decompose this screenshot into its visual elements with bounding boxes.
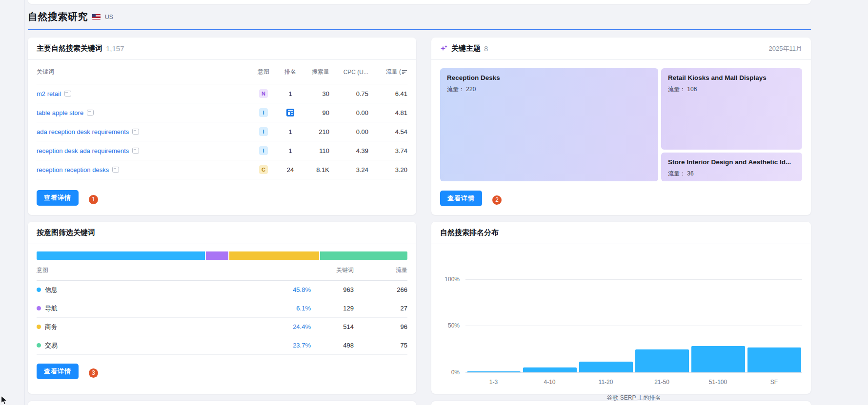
annotation-badge: 2 (492, 195, 502, 205)
next-card-top-edge (431, 401, 811, 405)
topic-card[interactable]: Retail Kiosks and Mall Displays 流量： 106 (661, 68, 802, 150)
topic-card[interactable]: Store Interior Design and Aesthetic Id..… (661, 153, 802, 181)
intent-percent-link[interactable]: 6.1% (296, 305, 311, 312)
x-axis-line (465, 372, 802, 373)
intent-keywords-count: 498 (311, 342, 354, 349)
intent-percent-link[interactable]: 24.4% (293, 323, 311, 330)
intent-color-dot (37, 343, 41, 347)
volume-value: 210 (305, 128, 329, 135)
volume-value: 30 (305, 90, 329, 97)
col-cpc[interactable]: CPC (U... (329, 69, 368, 76)
intent-row: 商务 24.4% 514 96 (37, 318, 407, 336)
ranking-bar[interactable] (635, 349, 689, 372)
mouse-cursor (0, 395, 8, 405)
intent-bar-segment[interactable] (37, 251, 205, 260)
topic-traffic-value: 36 (687, 170, 693, 177)
ranking-bar[interactable] (579, 362, 633, 372)
cpc-value: 3.24 (329, 166, 368, 174)
keyword-link[interactable]: reception reception desks (37, 166, 119, 174)
topics-treemap: Reception Desks 流量： 220 Retail Kiosks an… (440, 68, 802, 181)
x-tick-label: SF (746, 379, 802, 386)
serp-preview-icon[interactable] (112, 167, 119, 173)
intent-bar-segment[interactable] (320, 251, 407, 260)
keyword-link[interactable]: reception desk ada requirements (37, 147, 139, 154)
volume-value: 90 (305, 109, 329, 116)
top-keywords-panel: 主要自然搜索关键词 1,157 关键词 意图 排名 搜索量 CPC (U... … (28, 38, 416, 215)
featured-snippet-icon[interactable] (276, 109, 305, 116)
x-tick-label: 1-3 (465, 379, 522, 386)
intent-badge[interactable]: I (259, 127, 268, 136)
col-volume[interactable]: 搜索量 (305, 68, 329, 76)
bar-slot (465, 279, 522, 372)
page-header: 自然搜索研究 US (28, 10, 113, 23)
ranking-chart: 100% 50% 0% 1-34-1011-2021-5051-100SF 谷歌… (431, 244, 811, 390)
intent-traffic: 75 (354, 342, 407, 349)
topic-traffic-label: 流量： (447, 86, 464, 93)
y-tick-50: 50% (436, 322, 460, 329)
intent-color-dot (37, 288, 41, 292)
intent-badge[interactable]: I (259, 146, 268, 155)
intent-badge[interactable]: I (259, 108, 268, 117)
intent-percent-link[interactable]: 23.7% (293, 342, 311, 349)
top-keywords-title: 主要自然搜索关键词 (37, 44, 102, 53)
intent-bar-segment[interactable] (206, 251, 228, 260)
key-topics-title: 关键主题 (451, 44, 481, 53)
cpc-value: 0.00 (329, 109, 368, 116)
col-keyword[interactable]: 关键词 (37, 68, 251, 76)
traffic-value: 6.41 (368, 90, 407, 97)
traffic-value: 3.20 (368, 166, 407, 174)
serp-preview-icon[interactable] (132, 148, 139, 154)
top-keywords-count: 1,157 (106, 44, 124, 53)
keyword-link[interactable]: table apple store (37, 109, 94, 116)
table-row: reception desk ada requirements I 1 110 … (37, 141, 407, 160)
topic-card[interactable]: Reception Desks 流量： 220 (440, 68, 658, 181)
view-details-button[interactable]: 查看详情 (37, 364, 79, 379)
intent-name: 商务 (45, 323, 58, 331)
ranking-header: 自然搜索排名分布 (431, 222, 811, 244)
keyword-link[interactable]: ada reception desk requirements (37, 128, 139, 135)
intent-percent-link[interactable]: 45.8% (293, 286, 311, 293)
intent-badge[interactable]: C (259, 165, 268, 174)
intent-stacked-bar[interactable] (37, 251, 407, 260)
topic-name: Store Interior Design and Aesthetic Id..… (668, 158, 795, 166)
keyword-link[interactable]: m2 retail (37, 90, 71, 97)
serp-preview-icon[interactable] (64, 91, 71, 96)
x-tick-label: 11-20 (578, 379, 634, 386)
view-details-button[interactable]: 查看详情 (37, 190, 79, 206)
intent-keywords-count: 129 (311, 305, 354, 312)
col-traffic[interactable]: 流量 ( (368, 68, 407, 76)
page-title: 自然搜索研究 (28, 10, 88, 23)
rank-value: 1 (276, 128, 305, 135)
sort-desc-icon (402, 70, 407, 75)
intent-row: 交易 23.7% 498 75 (37, 336, 407, 355)
col-traffic: 流量 (354, 266, 407, 274)
bar-slot (634, 279, 690, 372)
volume-value: 110 (305, 147, 329, 154)
bar-slot (746, 279, 802, 372)
key-topics-panel: 关键主题 8 2025年11月 Reception Desks 流量： 220 … (431, 38, 811, 215)
cpc-value: 0.00 (329, 128, 368, 135)
annotation-badge: 1 (89, 195, 98, 204)
intent-badge[interactable]: N (259, 89, 268, 98)
ranking-bar[interactable] (691, 346, 745, 372)
ranking-bar[interactable] (467, 371, 521, 372)
table-row: table apple store I 90 0.00 4.81 (37, 103, 407, 122)
serp-preview-icon[interactable] (132, 129, 139, 135)
view-details-button[interactable]: 查看详情 (440, 191, 482, 206)
serp-preview-icon[interactable] (87, 110, 94, 116)
table-row: ada reception desk requirements I 1 210 … (37, 122, 407, 141)
intent-keywords-count: 963 (311, 286, 354, 293)
intent-table-header: 意图 关键词 流量 (37, 260, 407, 281)
intent-keywords-count: 514 (311, 323, 354, 330)
topic-traffic-value: 106 (687, 86, 697, 93)
intent-traffic: 96 (354, 323, 407, 330)
x-tick-label: 51-100 (690, 379, 746, 386)
col-intent[interactable]: 意图 (251, 68, 276, 76)
report-date: 2025年11月 (769, 44, 802, 53)
x-tick-label: 4-10 (522, 379, 578, 386)
intent-bar-segment[interactable] (229, 251, 319, 260)
ranking-bar[interactable] (523, 367, 577, 372)
col-intent: 意图 (37, 266, 252, 274)
ranking-bar[interactable] (747, 347, 801, 372)
col-rank[interactable]: 排名 (276, 68, 305, 76)
